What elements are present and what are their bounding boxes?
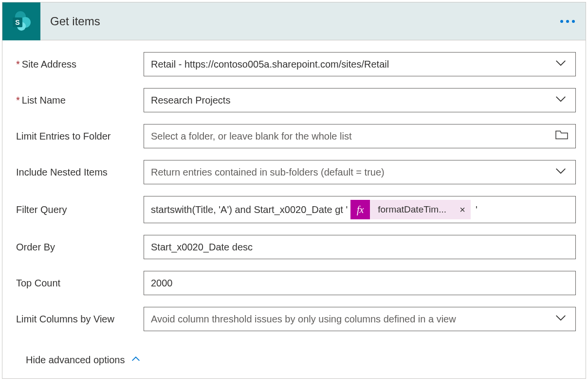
- order-by-input[interactable]: Start_x0020_Date desc: [144, 235, 576, 259]
- filter-query-input[interactable]: startswith(Title, 'A') and Start_x0020_D…: [144, 196, 576, 223]
- label-site-address: *Site Address: [12, 59, 144, 70]
- label-top-count: Top Count: [12, 278, 144, 289]
- card-title[interactable]: Get items: [50, 15, 100, 28]
- chevron-up-icon: [130, 354, 141, 367]
- label-filter-query: Filter Query: [12, 204, 144, 215]
- folder-icon[interactable]: [555, 129, 569, 143]
- row-list-name: *List Name Research Projects: [12, 88, 576, 112]
- row-site-address: *Site Address Retail - https://contoso00…: [12, 52, 576, 76]
- action-card: S Get items *Site Address Retail - https…: [2, 2, 586, 379]
- chevron-down-icon: [554, 92, 568, 108]
- expression-token[interactable]: fx formatDateTim... ×: [350, 200, 471, 219]
- fx-icon: fx: [350, 200, 370, 219]
- label-limit-cols: Limit Columns by View: [12, 314, 144, 325]
- sharepoint-icon: S: [2, 2, 40, 40]
- label-order-by: Order By: [12, 242, 144, 253]
- row-order-by: Order By Start_x0020_Date desc: [12, 235, 576, 259]
- card-body: *Site Address Retail - https://contoso00…: [2, 40, 586, 378]
- label-list-name: *List Name: [12, 95, 144, 106]
- row-limit-cols: Limit Columns by View Avoid column thres…: [12, 307, 576, 331]
- limit-columns-dropdown[interactable]: Avoid column threshold issues by only us…: [144, 307, 576, 331]
- row-nested: Include Nested Items Return entries cont…: [12, 160, 576, 184]
- label-nested: Include Nested Items: [12, 167, 144, 178]
- more-menu-button[interactable]: [560, 20, 575, 23]
- chevron-down-icon: [554, 56, 568, 72]
- chevron-down-icon: [554, 311, 568, 327]
- row-filter-query: Filter Query startswith(Title, 'A') and …: [12, 196, 576, 223]
- limit-folder-input[interactable]: Select a folder, or leave blank for the …: [144, 124, 576, 148]
- top-count-input[interactable]: 2000: [144, 271, 576, 295]
- hide-advanced-toggle[interactable]: Hide advanced options: [12, 343, 576, 367]
- site-address-dropdown[interactable]: Retail - https://contoso005a.sharepoint.…: [144, 52, 576, 76]
- card-header[interactable]: S Get items: [2, 2, 586, 40]
- expression-token-label: formatDateTim...: [370, 200, 454, 219]
- nested-items-dropdown[interactable]: Return entries contained in sub-folders …: [144, 160, 576, 184]
- list-name-dropdown[interactable]: Research Projects: [144, 88, 576, 112]
- remove-token-button[interactable]: ×: [454, 200, 471, 219]
- label-limit-folder: Limit Entries to Folder: [12, 131, 144, 142]
- row-limit-folder: Limit Entries to Folder Select a folder,…: [12, 124, 576, 148]
- chevron-down-icon: [554, 164, 568, 180]
- row-top-count: Top Count 2000: [12, 271, 576, 295]
- svg-text:S: S: [15, 18, 19, 26]
